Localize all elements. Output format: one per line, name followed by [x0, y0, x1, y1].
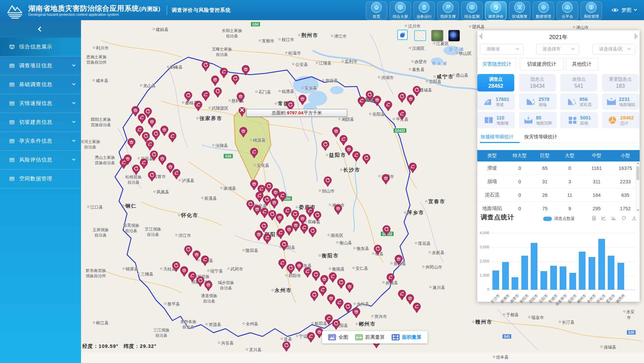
hazard-point-pin[interactable] [260, 208, 269, 218]
nav-tab-调查评价[interactable]: 调查评价 [485, 1, 507, 20]
hazard-point-pin[interactable] [346, 282, 354, 293]
region-select-2[interactable]: 请选择县/区 [593, 44, 635, 55]
hazard-point-pin[interactable] [194, 101, 202, 111]
stat-card-速报点[interactable]: 速报点541 [560, 74, 597, 92]
sidebar-item-基础调查信息[interactable]: 基础调查信息 [0, 75, 81, 94]
layers-button[interactable] [397, 30, 408, 40]
hazard-point-pin[interactable] [196, 276, 204, 287]
data-view-icon[interactable] [591, 215, 597, 222]
hazard-point-pin[interactable] [335, 298, 344, 309]
hazard-point-pin[interactable] [268, 210, 276, 221]
hazard-point-pin[interactable] [255, 230, 263, 241]
nav-tab-数据管理[interactable]: 数据管理 [533, 1, 554, 20]
hazard-point-pin[interactable] [180, 266, 188, 277]
hazard-point-pin[interactable] [366, 90, 374, 101]
scroll-down-arrow[interactable] [637, 210, 639, 211]
bar-益阳市[interactable] [569, 273, 576, 290]
subtab-按规模等级统计[interactable]: 按规模等级统计 [481, 134, 514, 140]
basemap-street-thumbnail[interactable] [414, 30, 426, 41]
hazard-point-pin[interactable] [291, 210, 299, 221]
hazard-point-pin[interactable] [413, 86, 421, 97]
hazard-point-pin[interactable] [352, 307, 360, 318]
hazard-point-pin[interactable] [253, 205, 261, 216]
tab-切坡建房统计[interactable]: 切坡建房统计 [520, 58, 564, 70]
hazard-point-pin[interactable] [132, 165, 140, 175]
hazard-point-pin[interactable] [282, 341, 290, 352]
region-select-1[interactable]: 请选择市 [536, 44, 579, 55]
hazard-point-pin[interactable] [334, 204, 342, 215]
bar-衡阳市[interactable] [521, 256, 528, 290]
hazard-point-pin[interactable] [204, 281, 212, 291]
hazard-point-pin[interactable] [202, 90, 210, 101]
hazard-point-pin[interactable] [395, 255, 403, 265]
hazard-point-pin[interactable] [184, 245, 192, 256]
subtab-按灾情等级统计[interactable]: 按灾情等级统计 [524, 134, 557, 140]
hazard-point-pin[interactable] [237, 92, 245, 103]
hazard-point-pin[interactable] [168, 132, 176, 143]
hazard-point-pin[interactable] [398, 110, 406, 120]
nav-tab-首页[interactable]: 首页 [366, 1, 387, 20]
hazard-point-pin[interactable] [312, 270, 320, 281]
hazard-point-pin[interactable] [150, 150, 158, 161]
sidebar-item-切坡建房信息[interactable]: 切坡建房信息 [0, 113, 81, 132]
bar-长沙市[interactable] [492, 270, 499, 290]
hazard-point-pin[interactable] [320, 275, 328, 286]
hazard-point-pin[interactable] [250, 180, 258, 190]
download-icon[interactable] [631, 215, 637, 222]
hazard-point-pin[interactable] [387, 273, 395, 284]
bar-邵阳市[interactable] [531, 243, 537, 290]
hazard-point-pin[interactable] [220, 68, 228, 78]
table-scrollbar[interactable] [635, 161, 640, 212]
bar-常德市[interactable] [550, 266, 557, 290]
hazard-point-pin[interactable] [263, 195, 271, 206]
stat-card-隐患点[interactable]: 隐患点18434 [519, 74, 556, 92]
hazard-point-pin[interactable] [313, 211, 321, 222]
hazard-point-pin[interactable] [160, 125, 168, 136]
hazard-point-pin[interactable] [332, 319, 340, 330]
hazard-point-pin[interactable] [374, 245, 382, 255]
nav-tab-云平台[interactable]: 云平台 [557, 1, 578, 20]
hazard-point-pin[interactable] [184, 91, 192, 102]
bar-郴州市[interactable] [579, 252, 586, 290]
hazard-point-pin[interactable] [193, 250, 201, 261]
user-menu[interactable]: 梦图 [611, 7, 637, 13]
hazard-point-pin[interactable] [148, 117, 156, 128]
hazard-point-pin[interactable] [332, 127, 340, 138]
hazard-point-pin[interactable] [239, 127, 247, 138]
hazard-point-pin[interactable] [324, 176, 332, 187]
hazard-point-pin[interactable] [287, 264, 295, 275]
hazard-point-pin[interactable] [295, 261, 303, 272]
tab-灾害隐患统计[interactable]: 灾害隐患统计 [477, 58, 516, 70]
bar-张家界市[interactable] [560, 266, 566, 290]
bar-娄底市[interactable] [608, 256, 614, 290]
table-row[interactable]: 崩塌03133112233 [477, 175, 640, 188]
region-select-0[interactable]: 湖南省 [480, 44, 524, 55]
measure-close-pin[interactable] [237, 106, 247, 118]
hazard-point-pin[interactable] [304, 267, 312, 278]
hazard-point-pin[interactable] [384, 101, 392, 111]
hazard-point-pin[interactable] [362, 154, 370, 165]
hazard-point-pin[interactable] [283, 207, 291, 217]
hazard-point-pin[interactable] [172, 261, 180, 272]
basemap-globe-thumbnail[interactable] [448, 30, 460, 41]
hazard-point-pin[interactable] [231, 74, 239, 85]
hazard-point-pin[interactable] [201, 255, 209, 266]
hazard-point-pin[interactable] [278, 259, 286, 269]
hazard-point-pin[interactable] [339, 135, 348, 146]
hazard-point-pin[interactable] [242, 65, 250, 76]
hazard-point-pin[interactable] [344, 302, 352, 313]
全图-button[interactable]: 全图 [328, 334, 348, 340]
sidebar-item-空间数据管理[interactable]: 空间数据管理 [0, 170, 81, 188]
stat-card-重要隐患点[interactable]: 重要隐患点183 [602, 74, 639, 92]
table-row[interactable]: 地面塌陷07592951752 [477, 202, 640, 212]
hazard-point-pin[interactable] [409, 162, 417, 173]
hazard-point-pin[interactable] [300, 223, 308, 234]
hazard-point-pin[interactable] [373, 96, 381, 106]
bar-湘西州[interactable] [617, 263, 624, 290]
hazard-point-pin[interactable] [310, 291, 318, 301]
bar-岳阳市[interactable] [540, 271, 547, 290]
stat-card-调查点[interactable]: 调查点28462 [477, 74, 514, 92]
hazard-point-pin[interactable] [285, 225, 293, 236]
距离量算-button[interactable]: 距离量算 [355, 334, 385, 340]
hazard-point-pin[interactable] [298, 95, 307, 105]
